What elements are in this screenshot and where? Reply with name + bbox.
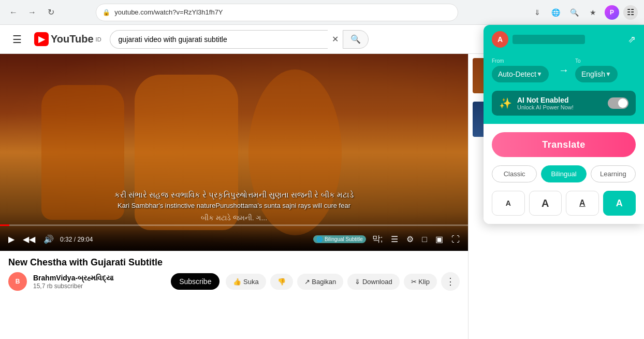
from-label: From xyxy=(492,58,552,64)
miniplayer-button[interactable]: □ xyxy=(420,233,429,246)
channel-row: B BrahmVidya-બ્રહ્મવિદ્યા 15,7 rb subscr… xyxy=(8,272,460,291)
browser-toolbar: ← → ↻ 🔒 youtube.com/watch?v=RzYl3h1fh7Y … xyxy=(0,0,644,25)
channel-name: BrahmVidya-બ્રહ્મવિદ્યા xyxy=(33,274,165,282)
browser-icon-group: ⇓ 🌐 🔍 ★ P ☷ xyxy=(530,5,638,20)
font-small-button[interactable]: A xyxy=(492,191,525,216)
back-button[interactable]: ← xyxy=(6,5,21,20)
browser-profile-btn[interactable]: P xyxy=(605,5,619,20)
chapters-button[interactable]: ☰ xyxy=(389,232,400,246)
channel-subs: 15,7 rb subscriber xyxy=(33,282,165,290)
video-controls: ▶ ◀◀ 🔊 0:32 / 29:04 🌐 Bilingual Subtitle… xyxy=(0,228,468,251)
to-dropdown-arrow: ▼ xyxy=(605,70,611,78)
volume-button[interactable]: 🔊 xyxy=(41,232,56,246)
gujarati-subtitle: કરી સંભારે સહજ સ્વભાવિક રે પ્રકૃતિપુરુષો… xyxy=(23,190,445,200)
channel-info: BrahmVidya-બ્રહ્મવિદ્યા 15,7 rb subscrib… xyxy=(33,274,165,290)
youtube-logo[interactable]: ▶ YouTube ID xyxy=(34,32,101,46)
download-icon-btn[interactable]: ⇓ xyxy=(530,5,545,20)
share-button[interactable]: ⇗ xyxy=(628,34,636,45)
ai-sparkle-icon: ✨ xyxy=(499,97,512,109)
forward-button[interactable]: → xyxy=(25,5,39,20)
bookmark-icon-btn[interactable]: ★ xyxy=(586,5,601,20)
translate-button-container: Translate xyxy=(484,124,644,165)
clear-search-button[interactable]: ✕ xyxy=(328,34,343,44)
learning-tab[interactable]: Learning xyxy=(591,165,636,182)
progress-bar[interactable] xyxy=(0,224,468,226)
url-text: youtube.com/watch?v=RzYl3h1fh7Y xyxy=(114,8,223,16)
clip-button[interactable]: ✂ Klip xyxy=(404,274,437,290)
from-language-select[interactable]: Auto-Detect ▼ xyxy=(492,66,549,82)
youtube-logo-suffix: ID xyxy=(96,36,101,43)
font-options: A A A A xyxy=(484,191,644,224)
play-button[interactable]: ▶ xyxy=(6,232,17,246)
font-underline-button[interactable]: A xyxy=(566,191,599,216)
ai-subtitle: Unlock AI Power Now! xyxy=(517,104,603,110)
ai-toggle-box: ✨ AI Not Enabled Unlock AI Power Now! xyxy=(492,91,636,116)
ai-toggle-switch[interactable] xyxy=(608,97,628,109)
ai-toggle-knob xyxy=(618,98,627,108)
menu-button[interactable]: ☰ xyxy=(8,29,26,50)
ai-text: AI Not Enabled Unlock AI Power Now! xyxy=(517,96,603,110)
font-highlight-button[interactable]: A xyxy=(603,191,636,216)
to-language-select[interactable]: English ▼ xyxy=(575,66,618,82)
settings-button[interactable]: ⚙ xyxy=(404,232,416,246)
search-container: ✕ 🔍 xyxy=(110,30,369,49)
progress-fill xyxy=(0,224,9,226)
classic-tab[interactable]: Classic xyxy=(492,165,537,182)
ai-title: AI Not Enabled xyxy=(517,96,603,104)
swap-languages-icon: → xyxy=(557,62,571,78)
skip-next-button[interactable]: ◀◀ xyxy=(21,232,37,246)
subtitle-area: કરી સંભારે સહજ સ્વભાવિક રે પ્રકૃતિપુરુષો… xyxy=(23,190,445,209)
english-subtitle: Kari Sambhar's instinctive naturePurusho… xyxy=(23,202,445,209)
translator-username xyxy=(513,35,585,44)
ai-toggle-row: ✨ AI Not Enabled Unlock AI Power Now! xyxy=(484,91,644,124)
address-bar[interactable]: 🔒 youtube.com/watch?v=RzYl3h1fh7Y xyxy=(96,4,458,21)
download-button[interactable]: ⇓ Download xyxy=(347,274,399,290)
from-language-value: Auto-Detect xyxy=(498,70,536,78)
like-button[interactable]: 👍 Suka xyxy=(226,274,266,290)
video-title: New Chestha with Gujarati Subtitle xyxy=(8,257,460,268)
fullscreen-button[interactable]: ⛶ xyxy=(449,233,462,246)
from-dropdown-arrow: ▼ xyxy=(536,70,543,78)
translate-icon-btn[interactable]: 🌐 xyxy=(549,5,563,20)
mode-tabs: Classic Bilingual Learning xyxy=(484,165,644,191)
language-selectors: From Auto-Detect ▼ → To English ▼ xyxy=(484,54,644,91)
refresh-button[interactable]: ↻ xyxy=(43,5,58,20)
more-options-button[interactable]: ⋮ xyxy=(441,272,460,291)
action-buttons: 👍 Suka 👎 ↗ Bagikan ⇓ Download ✂ Klip ⋮ xyxy=(226,272,460,291)
search-button[interactable]: 🔍 xyxy=(343,30,369,49)
font-medium-button[interactable]: A xyxy=(529,191,562,216)
search-input[interactable] xyxy=(110,30,328,49)
youtube-logo-text: YouTube xyxy=(51,33,94,45)
video-info: New Chestha with Gujarati Subtitle B Bra… xyxy=(0,251,468,297)
main-area: કરી સંભારે સહજ સ્વભાવિક રે પ્રકૃતિપુરુષો… xyxy=(0,54,468,339)
translator-user: A xyxy=(492,31,585,48)
zoom-icon-btn[interactable]: 🔍 xyxy=(567,5,582,20)
to-label: To xyxy=(575,58,636,64)
to-language-value: English xyxy=(581,70,605,78)
translator-header: A ⇗ xyxy=(484,25,644,54)
theater-mode-button[interactable]: ▣ xyxy=(433,232,445,246)
translate-button[interactable]: Translate xyxy=(492,132,636,157)
time-display: 0:32 / 29:04 xyxy=(60,236,93,243)
translator-avatar: A xyxy=(492,31,508,48)
dislike-button[interactable]: 👎 xyxy=(270,274,293,290)
bilingual-tab[interactable]: Bilingual xyxy=(541,165,586,182)
share-button[interactable]: ↗ Bagikan xyxy=(297,274,344,290)
translator-panel: A ⇗ From Auto-Detect ▼ → To English ▼ ✨ … xyxy=(484,25,644,224)
bottom-subtitle: બીક મટાડે જમની. ગ... xyxy=(0,214,468,222)
video-player[interactable]: કરી સંભારે સહજ સ્વભાવિક રે પ્રકૃતિપુરુષો… xyxy=(0,54,468,251)
subscribe-button[interactable]: Subscribe xyxy=(171,273,219,290)
browser-extensions-btn[interactable]: ☷ xyxy=(623,5,638,20)
bilingual-badge: 🌐 Bilingual Subtitle xyxy=(313,235,366,243)
youtube-logo-icon: ▶ xyxy=(34,32,49,46)
subtitles-button[interactable]: 막; xyxy=(370,232,385,247)
channel-avatar[interactable]: B xyxy=(8,272,27,291)
